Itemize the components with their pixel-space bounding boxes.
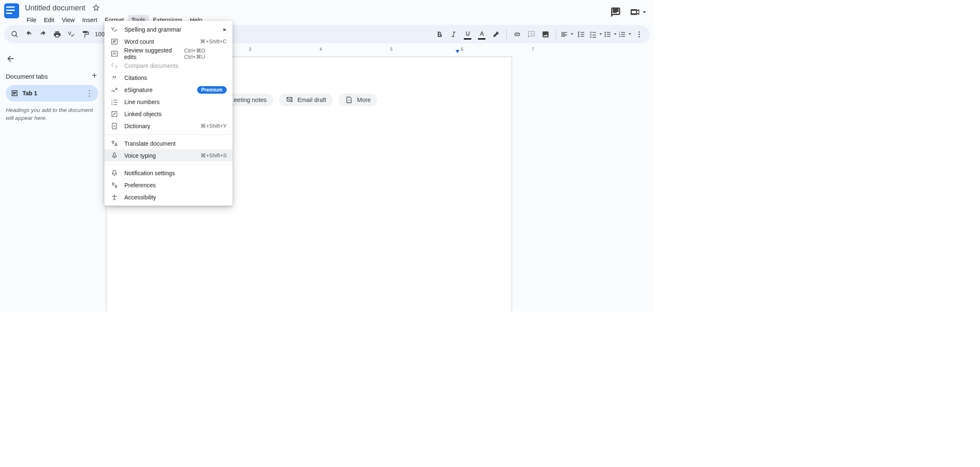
menu-citations[interactable]: Citations [104,72,233,84]
caret-down-icon [643,11,646,13]
numbered-list-button[interactable] [618,30,631,38]
menu-label: eSignature [124,87,153,93]
svg-point-6 [604,33,606,35]
sidebar: Document tabs Tab 1 ⋮ Headings you add t… [0,47,104,311]
chip-more[interactable]: More [339,94,377,106]
header: Untitled document File Edit View Insert … [0,0,653,25]
svg-point-34 [114,194,115,196]
chip-meeting-notes[interactable]: eeting notes [231,94,273,106]
header-right [609,5,649,19]
spellcheck-icon[interactable] [65,28,77,40]
insert-link-icon[interactable] [511,28,523,40]
print-icon[interactable] [51,28,63,40]
tab-item-1[interactable]: Tab 1 ⋮ [6,85,98,102]
menu-label: Notification settings [124,170,175,176]
email-icon [286,96,293,104]
bulleted-list-button[interactable] [604,30,616,38]
caret-down-icon [599,33,602,35]
menu-edit[interactable]: Edit [40,15,57,25]
more-icon[interactable] [633,28,645,40]
menu-linked-objects[interactable]: Linked objects [104,108,233,120]
redo-icon[interactable] [37,28,49,40]
search-icon[interactable] [8,28,21,40]
accessibility-icon [110,193,119,201]
template-chips: eeting notes Email draft More [231,94,377,106]
wordcount-icon [110,37,119,46]
menu-label: Review suggested edits [124,47,184,60]
menu-translate[interactable]: Translate document [104,137,233,149]
outline-hint: Headings you add to the document will ap… [6,107,98,122]
document-title[interactable]: Untitled document [23,3,87,13]
shortcut: ⌘+Shift+S [200,152,227,159]
right-margin-marker[interactable] [455,50,460,53]
text-color-icon[interactable] [475,28,488,40]
menu-spelling-grammar[interactable]: Spelling and grammar ▶ [104,23,233,35]
paint-format-icon[interactable] [79,28,92,40]
document-tabs-header: Document tabs [6,72,98,81]
back-button[interactable] [6,52,98,66]
shortcut: Ctrl+⌘O Ctrl+⌘U [184,47,227,60]
add-comment-icon[interactable] [525,28,537,40]
app-root: Untitled document File Edit View Insert … [0,0,653,311]
svg-point-32 [112,183,114,185]
insert-image-icon[interactable] [539,28,552,40]
premium-badge: Premium [197,86,227,94]
svg-point-16 [350,100,351,101]
body: Document tabs Tab 1 ⋮ Headings you add t… [0,47,653,311]
menu-accessibility[interactable]: Accessibility [104,191,233,203]
menu-preferences[interactable]: Preferences [104,179,233,191]
comments-icon[interactable] [609,5,623,19]
checklist-button[interactable] [589,30,602,38]
italic-icon[interactable] [447,28,460,40]
review-icon [110,50,119,58]
chip-label: More [357,97,371,103]
menu-file[interactable]: File [23,15,40,25]
svg-point-8 [638,31,639,32]
bell-icon [110,169,119,177]
svg-rect-2 [6,13,12,14]
menu-voice-typing[interactable]: Voice typing ⌘+Shift+S [104,149,233,161]
menu-label: Citations [124,75,147,81]
citations-icon [110,74,119,82]
menu-view[interactable]: View [58,15,78,25]
menu-dictionary[interactable]: A Dictionary ⌘+Shift+Y [104,120,233,132]
svg-rect-21 [111,51,117,56]
docs-logo-icon[interactable] [4,3,19,18]
menu-word-count[interactable]: Word count ⌘+Shift+C [104,35,233,47]
shortcut: ⌘+Shift+C [200,38,227,45]
chip-label: Email draft [297,97,326,103]
svg-rect-1 [6,10,15,11]
menu-compare-documents: Compare documents [104,60,233,72]
mic-icon [110,152,119,160]
add-tab-button[interactable] [91,72,98,81]
menu-label: Compare documents [124,62,178,69]
chip-email-draft[interactable]: Email draft [279,94,333,106]
menu-label: Line numbers [124,99,160,105]
translate-icon [110,139,119,148]
line-spacing-icon[interactable] [575,28,587,40]
menu-line-numbers[interactable]: 123 Line numbers [104,96,233,108]
svg-text:A: A [114,124,116,128]
caret-down-icon [571,33,573,35]
menu-label: Preferences [124,182,156,189]
star-icon[interactable] [92,4,100,12]
bold-icon[interactable] [433,28,445,40]
menu-notification-settings[interactable]: Notification settings [104,167,233,179]
caret-down-icon [629,33,631,35]
undo-icon[interactable] [22,28,35,40]
linked-icon [110,110,119,118]
underline-icon[interactable] [461,28,474,40]
svg-rect-0 [6,7,15,8]
tab-options-icon[interactable]: ⋮ [86,89,93,98]
svg-point-15 [349,100,350,101]
menu-review-edits[interactable]: Review suggested edits Ctrl+⌘O Ctrl+⌘U [104,47,233,60]
svg-point-5 [604,32,606,33]
highlight-icon[interactable] [490,28,502,40]
menu-esignature[interactable]: eSignature Premium [104,84,233,96]
menu-insert[interactable]: Insert [79,15,101,25]
svg-point-9 [638,33,639,35]
divider [556,29,556,39]
video-call-button[interactable] [630,7,646,17]
menu-label: Word count [124,38,154,45]
align-button[interactable] [560,30,573,38]
